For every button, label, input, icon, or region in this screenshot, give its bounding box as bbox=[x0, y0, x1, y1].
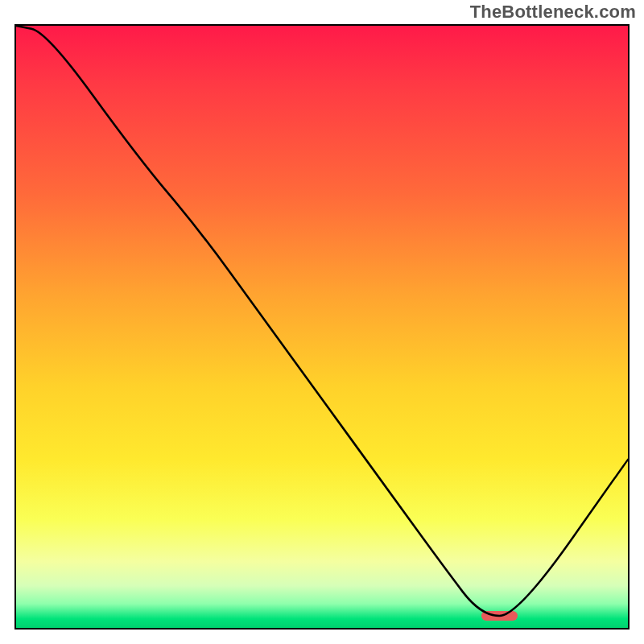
bottleneck-curve bbox=[16, 26, 628, 628]
plot-area bbox=[14, 24, 630, 630]
chart-stage: TheBottleneck.com bbox=[0, 0, 644, 644]
minimum-marker bbox=[481, 611, 518, 621]
attribution-text: TheBottleneck.com bbox=[470, 2, 636, 23]
